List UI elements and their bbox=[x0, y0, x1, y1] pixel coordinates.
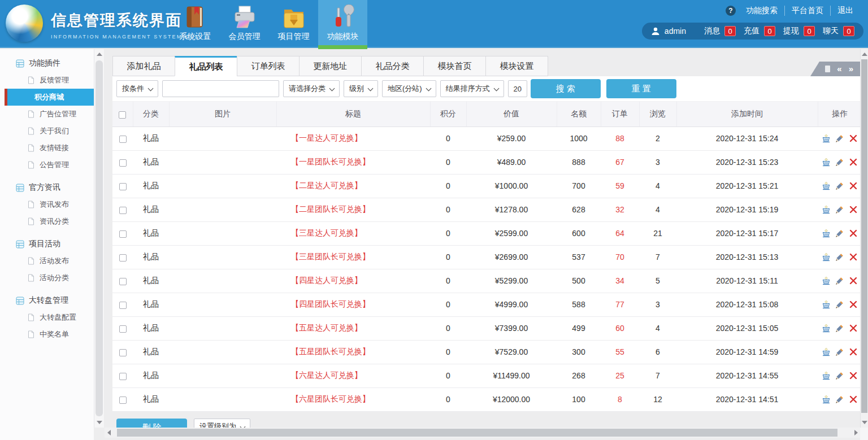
cart-icon[interactable] bbox=[822, 158, 831, 167]
scroll-up-arrow-icon[interactable] bbox=[862, 53, 867, 56]
cart-icon[interactable] bbox=[822, 276, 831, 285]
tab-list-icon[interactable] bbox=[825, 66, 830, 72]
condition-select[interactable]: 按条件 bbox=[116, 80, 158, 97]
delete-x-icon[interactable] bbox=[849, 276, 858, 285]
level-select[interactable]: 级别 bbox=[344, 80, 378, 97]
gift-title-link[interactable]: 【一星达人可兑换】 bbox=[291, 133, 362, 142]
row-checkbox[interactable] bbox=[119, 349, 127, 356]
sidebar-item-about-us[interactable]: 关于我们 bbox=[0, 123, 94, 140]
gift-title-link[interactable]: 【三星达人可兑换】 bbox=[291, 228, 362, 237]
scroll-down-arrow-icon[interactable] bbox=[862, 421, 867, 424]
sidebar-group-plugins[interactable]: 功能插件 bbox=[0, 55, 94, 72]
row-checkbox[interactable] bbox=[119, 230, 127, 238]
row-checkbox[interactable] bbox=[119, 302, 127, 309]
edit-pencil-icon[interactable] bbox=[835, 347, 844, 356]
sidebar-item-activity-publish[interactable]: 活动发布 bbox=[0, 252, 94, 269]
select-all-checkbox[interactable] bbox=[119, 111, 126, 119]
nav-item-project-management[interactable]: 项目管理 bbox=[269, 0, 318, 48]
stat-chat[interactable]: 聊天 0 bbox=[823, 26, 854, 36]
scroll-left-arrow-icon[interactable] bbox=[107, 430, 111, 435]
sidebar-item-news-category[interactable]: 资讯分类 bbox=[0, 213, 94, 230]
stat-recharge[interactable]: 充值 0 bbox=[744, 26, 775, 36]
scroll-down-arrow-icon[interactable] bbox=[97, 421, 102, 424]
reset-button[interactable]: 重 置 bbox=[606, 79, 676, 98]
delete-x-icon[interactable] bbox=[849, 229, 858, 238]
search-button[interactable]: 搜 索 bbox=[531, 79, 601, 98]
row-checkbox[interactable] bbox=[119, 254, 127, 262]
tab-order-list[interactable]: 订单列表 bbox=[237, 56, 300, 76]
sidebar-item-announcements[interactable]: 公告管理 bbox=[0, 156, 94, 173]
sidebar-item-ad-management[interactable]: 广告位管理 bbox=[0, 106, 94, 123]
edit-pencil-icon[interactable] bbox=[835, 205, 844, 214]
link-platform-home[interactable]: 平台首页 bbox=[784, 6, 830, 16]
tab-module-home[interactable]: 模块首页 bbox=[423, 56, 486, 76]
tab-scroll-left-icon[interactable]: « bbox=[837, 62, 841, 76]
page-horizontal-scrollbar[interactable] bbox=[105, 428, 860, 438]
tab-gift-category[interactable]: 礼品分类 bbox=[361, 56, 424, 76]
tab-scroll-right-icon[interactable]: » bbox=[849, 62, 853, 76]
edit-pencil-icon[interactable] bbox=[835, 324, 844, 333]
cart-icon[interactable] bbox=[822, 324, 831, 333]
per-page-input[interactable] bbox=[508, 80, 527, 97]
gift-title-link[interactable]: 【二星达人可兑换】 bbox=[291, 181, 362, 190]
edit-pencil-icon[interactable] bbox=[835, 276, 844, 285]
cart-icon[interactable] bbox=[822, 371, 831, 380]
edit-pencil-icon[interactable] bbox=[835, 181, 844, 190]
tab-module-settings[interactable]: 模块设置 bbox=[485, 56, 548, 76]
sidebar-item-news-publish[interactable]: 资讯发布 bbox=[0, 196, 94, 213]
stat-messages[interactable]: 消息 0 bbox=[704, 26, 736, 36]
scroll-right-arrow-icon[interactable] bbox=[854, 430, 858, 435]
gift-title-link[interactable]: 【四星团队长可兑换】 bbox=[291, 299, 370, 308]
delete-x-icon[interactable] bbox=[849, 395, 858, 404]
gift-title-link[interactable]: 【四星达人可兑换】 bbox=[291, 276, 362, 285]
cart-icon[interactable] bbox=[822, 205, 831, 214]
delete-x-icon[interactable] bbox=[849, 324, 858, 333]
sidebar-item-points-mall[interactable]: 积分商城 bbox=[5, 89, 94, 106]
sidebar-item-wheel-config[interactable]: 大转盘配置 bbox=[0, 309, 94, 326]
cart-icon[interactable] bbox=[822, 181, 831, 190]
edit-pencil-icon[interactable] bbox=[835, 229, 844, 238]
gift-title-link[interactable]: 【一星团队长可兑换】 bbox=[291, 157, 370, 166]
edit-pencil-icon[interactable] bbox=[835, 158, 844, 167]
vertical-scrollbar-thumb[interactable] bbox=[861, 59, 867, 413]
delete-x-icon[interactable] bbox=[849, 181, 858, 190]
help-icon[interactable]: ? bbox=[726, 6, 736, 16]
link-function-search[interactable]: 功能搜索 bbox=[739, 6, 784, 16]
row-checkbox[interactable] bbox=[119, 325, 127, 333]
edit-pencil-icon[interactable] bbox=[835, 134, 844, 143]
nav-item-function-modules[interactable]: 功能模块 bbox=[318, 0, 367, 48]
cart-icon[interactable] bbox=[822, 134, 831, 143]
cart-icon[interactable] bbox=[822, 395, 831, 404]
sidebar-group-official-news[interactable]: 官方资讯 bbox=[0, 179, 94, 196]
row-checkbox[interactable] bbox=[119, 159, 127, 167]
page-vertical-scrollbar[interactable] bbox=[860, 49, 868, 428]
delete-x-icon[interactable] bbox=[849, 347, 858, 356]
edit-pencil-icon[interactable] bbox=[835, 395, 844, 404]
row-checkbox[interactable] bbox=[119, 397, 127, 404]
edit-pencil-icon[interactable] bbox=[835, 371, 844, 380]
stat-withdraw[interactable]: 提现 0 bbox=[783, 26, 815, 36]
delete-x-icon[interactable] bbox=[849, 300, 858, 309]
edit-pencil-icon[interactable] bbox=[835, 252, 844, 262]
row-checkbox[interactable] bbox=[119, 183, 127, 190]
delete-x-icon[interactable] bbox=[849, 134, 858, 143]
sidebar-item-feedback[interactable]: 反馈管理 bbox=[0, 72, 94, 89]
horizontal-scrollbar-thumb[interactable] bbox=[117, 429, 837, 437]
row-checkbox[interactable] bbox=[119, 278, 127, 285]
gift-title-link[interactable]: 【三星团队长可兑换】 bbox=[291, 252, 370, 261]
gift-title-link[interactable]: 【六星达人可兑换】 bbox=[291, 371, 362, 380]
tab-gift-list[interactable]: 礼品列表 bbox=[175, 56, 237, 76]
region-select[interactable]: 地区(分站) bbox=[382, 80, 436, 97]
nav-item-system-settings[interactable]: 系统设置 bbox=[171, 0, 220, 48]
keyword-input[interactable] bbox=[162, 80, 279, 97]
gift-title-link[interactable]: 【五星达人可兑换】 bbox=[291, 323, 362, 332]
nav-item-member-management[interactable]: 会员管理 bbox=[220, 0, 269, 48]
sidebar-scrollbar-thumb[interactable] bbox=[96, 60, 103, 416]
sidebar-item-friend-links[interactable]: 友情链接 bbox=[0, 140, 94, 156]
cart-icon[interactable] bbox=[822, 252, 831, 262]
scroll-up-arrow-icon[interactable] bbox=[97, 53, 102, 56]
category-select[interactable]: 请选择分类 bbox=[283, 80, 340, 97]
delete-x-icon[interactable] bbox=[849, 252, 858, 262]
gift-title-link[interactable]: 【六星团队长可兑换】 bbox=[291, 394, 370, 403]
link-logout[interactable]: 退出 bbox=[830, 6, 860, 16]
